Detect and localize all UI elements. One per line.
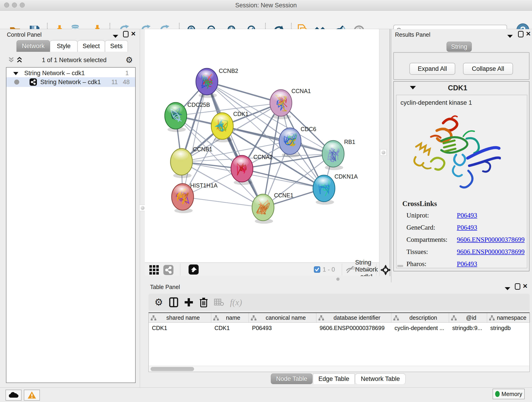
entry-description: cyclin-dependent kinase 1: [400, 99, 472, 106]
results-panel-close-button[interactable]: ×: [526, 30, 531, 37]
network-tree: String Network – cdk1 1 String Network –…: [6, 67, 136, 383]
network-node-ccnb2[interactable]: [196, 68, 218, 98]
left-splitter[interactable]: [140, 29, 145, 387]
horizontal-splitter-handle[interactable]: [336, 278, 340, 281]
network-view-canvas[interactable]: CCNB2CCNA1CDC25BCDK1CDC6RB1CCNB1CCNA2CDK…: [145, 29, 379, 262]
crosslink-link[interactable]: 9606.ENSP00000378699: [457, 248, 525, 255]
entry-header[interactable]: CDK1: [394, 82, 529, 95]
string-network-icon: [29, 78, 37, 86]
node-table[interactable]: shared namenamecanonical namedatabase id…: [148, 313, 530, 372]
network-node-ccnb1[interactable]: [171, 148, 192, 178]
results-entry-panel: CDK1 cyclin-dependent kinase 1: [393, 81, 530, 271]
tab-node-table[interactable]: Node Table: [271, 374, 312, 384]
collection-label: String Network – cdk1: [24, 70, 85, 77]
results-panel-float-button[interactable]: [518, 31, 524, 37]
crosslink-label: Uniprot:: [406, 211, 457, 219]
entry-collapse-icon[interactable]: [410, 86, 416, 90]
node-label-rb1: RB1: [344, 139, 355, 145]
expand-all-chevron-icon[interactable]: [16, 56, 23, 64]
entry-name: CDK1: [448, 84, 467, 92]
control-panel-menu-button[interactable]: [113, 33, 118, 39]
network-selection-bar: 1 of 1 Network selected ⚙: [0, 54, 140, 66]
column-header-canonical-name[interactable]: canonical name: [249, 313, 317, 322]
table-panel-close-button[interactable]: ×: [523, 282, 527, 290]
column-header-database-identifier[interactable]: database identifier: [317, 313, 391, 322]
table-tabs: Node TableEdge TableNetwork Table: [271, 374, 406, 384]
memory-button[interactable]: Memory: [493, 389, 525, 399]
warning-button[interactable]: [24, 390, 40, 401]
right-splitter-handle[interactable]: [380, 149, 386, 156]
selected-checkbox-icon[interactable]: [314, 266, 320, 273]
tab-network[interactable]: Network: [17, 40, 50, 52]
delete-column-trash-icon[interactable]: [199, 297, 208, 307]
network-edge[interactable]: [183, 197, 263, 207]
network-edge[interactable]: [183, 82, 207, 197]
control-panel-close-button[interactable]: ×: [131, 30, 136, 37]
function-builder-icon: f(x): [230, 297, 242, 307]
window-title: Session: New Session: [0, 2, 532, 9]
fit-content-crosshair-icon[interactable]: [380, 265, 391, 275]
table-horizontal-scrollbar[interactable]: [149, 366, 530, 372]
expand-all-button[interactable]: Expand All: [409, 63, 455, 75]
network-row-selected[interactable]: String Network – cdk1 11 48: [6, 77, 135, 87]
results-panel: Results Panel × String Expand All Collap…: [391, 29, 532, 282]
right-splitter[interactable]: [379, 29, 391, 282]
control-panel-float-button[interactable]: [123, 31, 128, 37]
table-panel-menu-button[interactable]: [505, 285, 510, 291]
network-node-cdc25b[interactable]: [165, 102, 187, 132]
collection-count: 1: [125, 70, 129, 77]
network-node-ccne1[interactable]: [252, 194, 274, 224]
crosslink-label: Pharos:: [406, 260, 457, 268]
column-header-namespace[interactable]: namespace: [487, 313, 530, 322]
table-cell: CDK1: [211, 323, 249, 333]
table-options-gear-icon[interactable]: ⚙: [154, 298, 163, 307]
grid-view-icon[interactable]: [149, 265, 159, 275]
column-header-description[interactable]: description: [391, 313, 449, 322]
show-columns-icon[interactable]: [169, 297, 178, 307]
memory-status-dot: [495, 391, 500, 397]
entry-detail: cyclin-dependent kinase 1: [396, 95, 527, 268]
tab-select[interactable]: Select: [77, 40, 105, 52]
protein-structure-image: [409, 109, 501, 196]
network-edge[interactable]: [207, 82, 281, 103]
entry-scrollbar[interactable]: [397, 265, 403, 267]
table-row[interactable]: CDK1CDK1P064939606.ENSP00000378699cyclin…: [149, 323, 530, 333]
hidden-count: 0 - 0: [357, 263, 370, 276]
network-options-gear-icon[interactable]: ⚙: [126, 56, 133, 64]
cloud-button[interactable]: [6, 390, 22, 401]
tab-network-table[interactable]: Network Table: [355, 374, 405, 384]
network-node-cdkn1a[interactable]: [313, 175, 335, 205]
collection-expand-icon[interactable]: [13, 70, 18, 77]
results-panel-title: Results Panel: [395, 32, 430, 38]
create-column-plus-icon[interactable]: [184, 298, 193, 307]
network-node-rb1[interactable]: [322, 140, 344, 170]
status-bar: Memory: [0, 387, 532, 402]
crosslink-link[interactable]: 9606.ENSP00000378699: [457, 236, 525, 243]
control-panel-tabs: NetworkStyleSelectSets: [17, 40, 128, 52]
memory-label: Memory: [501, 391, 522, 397]
results-panel-menu-button[interactable]: [507, 33, 513, 39]
collapse-all-chevron-icon[interactable]: [8, 56, 15, 64]
control-panel: Control Panel × NetworkStyleSelectSets 1…: [0, 29, 140, 387]
table-panel-float-button[interactable]: [515, 283, 520, 290]
tab-style[interactable]: Style: [50, 40, 77, 52]
network-graph[interactable]: CCNB2CCNA1CDC25BCDK1CDC6RB1CCNB1CCNA2CDK…: [145, 29, 379, 262]
network-collection-row[interactable]: String Network – cdk1 1: [6, 69, 135, 77]
crosslink-link[interactable]: P06493: [457, 260, 477, 268]
column-header-shared-name[interactable]: shared name: [149, 313, 211, 322]
tab-sets[interactable]: Sets: [105, 40, 128, 52]
results-button-bar: Expand All Collapse All: [393, 52, 530, 80]
network-node-cdc6[interactable]: [279, 128, 301, 157]
column-header--id[interactable]: @id: [449, 313, 487, 322]
string-style-icon[interactable]: [163, 265, 174, 275]
tab-string[interactable]: String: [447, 42, 472, 52]
column-header-name[interactable]: name: [211, 313, 249, 322]
birds-eye-view-icon[interactable]: [188, 264, 199, 275]
network-status-dot: [14, 80, 19, 85]
crosslink-row: GeneCard:P06493: [406, 221, 526, 234]
collapse-all-button[interactable]: Collapse All: [463, 63, 513, 75]
crosslink-link[interactable]: P06493: [457, 211, 477, 219]
tab-edge-table[interactable]: Edge Table: [313, 374, 355, 384]
crosslink-link[interactable]: P06493: [457, 224, 477, 231]
node-label-cdc6: CDC6: [301, 126, 316, 132]
